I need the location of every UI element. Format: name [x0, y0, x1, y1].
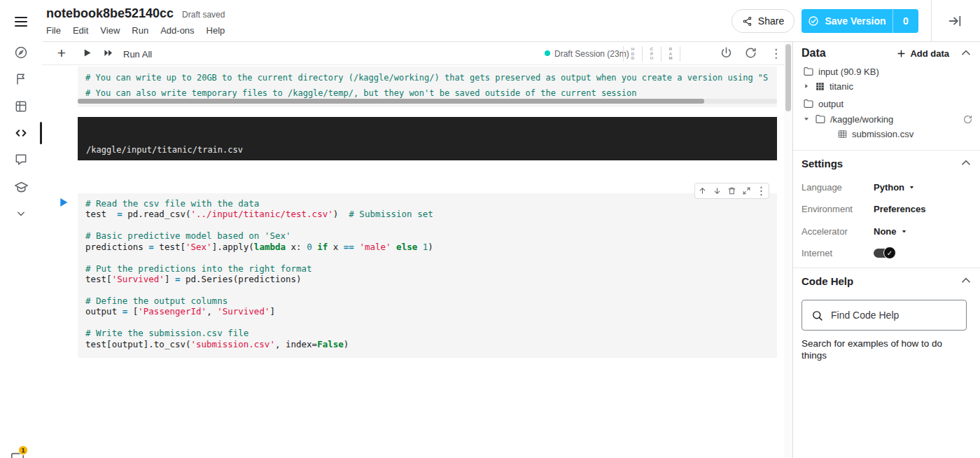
menu-addons[interactable]: Add-ons: [160, 25, 194, 36]
output-line: /kaggle/input/titanic/train.csv: [86, 145, 769, 156]
tree-label: input (90.9 KB): [818, 67, 879, 77]
menu-bar: File Edit View Run Add-ons Help: [46, 25, 225, 36]
data-panel-title: Data: [802, 47, 896, 60]
horizontal-scrollbar-thumb[interactable]: [78, 99, 704, 104]
notebook-title[interactable]: notebook8be52140cc: [46, 6, 174, 21]
cell-toolbar: ⋮: [694, 183, 769, 199]
setting-label: Internet: [802, 248, 874, 258]
setting-internet: Internet ✓: [802, 246, 972, 260]
table-icon: [837, 129, 848, 139]
menu-run[interactable]: Run: [132, 25, 148, 36]
stop-session-button[interactable]: [720, 46, 733, 60]
left-rail: [0, 0, 42, 458]
code-help-title: Code Help: [802, 275, 959, 287]
add-data-button[interactable]: Add data: [896, 48, 949, 59]
menu-file[interactable]: File: [46, 25, 61, 36]
language-select[interactable]: Python: [874, 182, 915, 193]
play-icon: [82, 48, 92, 58]
divider: [793, 268, 980, 268]
setting-language: Language Python: [802, 180, 972, 194]
tree-label: submission.csv: [852, 129, 913, 139]
arrow-right-icon: [803, 83, 810, 90]
sidebar-item-discussions[interactable]: [0, 146, 42, 173]
move-cell-down-button[interactable]: [710, 183, 724, 198]
cell-more-button[interactable]: ⋮: [754, 183, 769, 198]
run-cell-button[interactable]: [82, 48, 92, 58]
vertical-scrollbar-thumb[interactable]: [785, 44, 791, 111]
resource-gauges: HDD CPU RAM: [623, 45, 680, 63]
tree-label: output: [818, 99, 844, 109]
tree-label: /kaggle/working: [830, 114, 962, 125]
divider: [680, 46, 680, 62]
sidebar-item-learn[interactable]: [0, 174, 42, 200]
folder-icon: [803, 98, 814, 109]
arrow-down-icon: [713, 186, 722, 195]
menu-help[interactable]: Help: [206, 25, 225, 36]
code-help-search-input[interactable]: [831, 310, 950, 321]
folder-icon: [815, 113, 826, 125]
code-help-caption: Search for examples of how to do things: [802, 338, 952, 361]
dataset-icon: [815, 81, 825, 92]
delete-cell-button[interactable]: [724, 183, 739, 198]
cell-output-console: /kaggle/input/titanic/train.csv /kaggle/…: [78, 117, 777, 160]
add-cell-button[interactable]: +: [53, 45, 70, 62]
environment-preferences-link[interactable]: Preferences: [874, 204, 925, 214]
toggle-knob: ✓: [883, 247, 896, 259]
tree-item-output[interactable]: output: [803, 97, 844, 111]
tree-item-kaggle-working[interactable]: /kaggle/working: [803, 112, 973, 126]
tree-item-submission[interactable]: submission.csv: [837, 127, 913, 141]
plus-icon: [896, 48, 906, 59]
grid-icon: [14, 99, 28, 113]
sidebar-item-code[interactable]: [0, 120, 42, 146]
run-all-label[interactable]: Run All: [123, 49, 152, 60]
share-button[interactable]: Share: [732, 9, 794, 33]
save-version-group: Save Version 0: [802, 9, 918, 33]
caret-down-icon: [909, 184, 915, 190]
expand-cell-button[interactable]: [739, 183, 754, 198]
hdd-gauge: HDD: [624, 47, 642, 61]
collapse-settings-icon[interactable]: [959, 156, 973, 170]
collapse-data-icon[interactable]: [959, 46, 973, 60]
check-circle-icon: [808, 15, 819, 27]
internet-toggle[interactable]: ✓: [874, 249, 895, 258]
run-cell-2-button[interactable]: [58, 197, 69, 208]
menu-edit[interactable]: Edit: [73, 25, 88, 36]
language-value: Python: [874, 182, 904, 193]
sidebar-item-more[interactable]: [0, 200, 42, 227]
toolbar-more-button[interactable]: ⋮: [770, 46, 782, 61]
refresh-icon[interactable]: [962, 114, 973, 125]
active-indicator: [40, 122, 42, 144]
accelerator-select[interactable]: None: [874, 226, 907, 237]
graduation-cap-icon: [14, 180, 29, 195]
play-icon: [58, 197, 69, 208]
search-icon: [811, 310, 823, 321]
setting-environment: Environment Preferences: [802, 202, 972, 216]
accelerator-value: None: [874, 226, 897, 237]
menu-icon[interactable]: [15, 14, 27, 29]
tree-item-input[interactable]: input (90.9 KB): [803, 64, 879, 78]
version-count-button[interactable]: 0: [892, 9, 918, 33]
trash-icon: [727, 186, 736, 195]
tree-item-titanic[interactable]: titanic: [803, 79, 853, 93]
setting-label: Language: [802, 182, 874, 193]
settings-section-header: Settings: [802, 156, 973, 170]
restart-icon: [744, 46, 757, 60]
folder-icon: [803, 66, 814, 77]
collapse-code-help-icon[interactable]: [959, 274, 973, 288]
menu-view[interactable]: View: [100, 25, 120, 36]
setting-accelerator: Accelerator None: [802, 224, 972, 238]
save-version-button[interactable]: Save Version: [802, 9, 892, 33]
sidebar-item-explore[interactable]: [0, 39, 42, 66]
collapse-panel-button[interactable]: [945, 12, 965, 30]
ram-gauge: RAM: [662, 47, 680, 61]
setting-label: Environment: [802, 204, 874, 214]
sidebar-item-datasets[interactable]: [0, 93, 42, 120]
sidebar-item-competitions[interactable]: [0, 66, 42, 92]
power-icon: [720, 46, 733, 60]
code-cell-2[interactable]: # Read the csv file with the datatest = …: [78, 193, 777, 358]
move-cell-up-button[interactable]: [695, 183, 710, 198]
arrow-down-icon: [803, 116, 810, 123]
setting-label: Accelerator: [802, 226, 874, 237]
restart-session-button[interactable]: [744, 46, 757, 60]
run-all-button[interactable]: [103, 48, 114, 58]
